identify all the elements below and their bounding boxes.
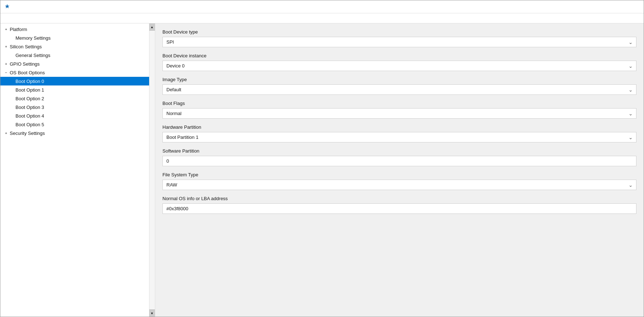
sidebar-item-general-settings[interactable]: General Settings — [0, 51, 155, 60]
expander-os-boot-options: − — [3, 70, 9, 75]
sidebar-item-boot-option-0[interactable]: Boot Option 0 — [0, 77, 155, 85]
sidebar-label-os-boot-options: OS Boot Options — [10, 70, 45, 75]
expander-boot-option-2 — [9, 96, 15, 101]
field-label-boot-device-instance: Boot Device instance — [162, 53, 636, 58]
select-wrapper-boot-device-instance: Device 0Device 1Device 2 — [162, 61, 636, 71]
expander-boot-option-4 — [9, 113, 15, 119]
sidebar-item-platform[interactable]: +Platform — [0, 25, 155, 34]
select-file-system-type[interactable]: RAWFAText4 — [162, 180, 636, 190]
select-boot-flags[interactable]: NormalDebugRecovery — [162, 108, 636, 119]
close-button[interactable] — [623, 2, 640, 12]
sidebar-item-boot-option-2[interactable]: Boot Option 2 — [0, 94, 155, 103]
sidebar-item-silicon-settings[interactable]: +Silicon Settings — [0, 42, 155, 51]
sidebar-label-gpio-settings: GPIO Settings — [10, 61, 40, 67]
sidebar-item-gpio-settings[interactable]: +GPIO Settings — [0, 60, 155, 68]
select-wrapper-file-system-type: RAWFAText4 — [162, 180, 636, 190]
field-section-boot-device-type: Boot Device typeSPIeMMCNVMeSATA — [162, 29, 636, 47]
input-normal-os-info[interactable] — [162, 203, 636, 214]
title-controls — [589, 2, 640, 12]
title-bar — [0, 0, 644, 13]
sidebar-item-os-boot-options[interactable]: −OS Boot Options — [0, 68, 155, 77]
expander-platform: + — [3, 26, 9, 32]
expander-general-settings — [9, 52, 15, 58]
main-window: +PlatformMemory Settings+Silicon Setting… — [0, 0, 644, 317]
sidebar-item-boot-option-3[interactable]: Boot Option 3 — [0, 103, 155, 111]
expander-memory-settings — [9, 35, 15, 41]
sidebar-label-platform: Platform — [10, 27, 27, 32]
sidebar-scroll-up[interactable]: ▲ — [149, 23, 155, 31]
sidebar-scrollbar: ▲ ▼ — [149, 23, 155, 317]
select-wrapper-boot-device-type: SPIeMMCNVMeSATA — [162, 37, 636, 47]
select-boot-device-type[interactable]: SPIeMMCNVMeSATA — [162, 37, 636, 47]
field-section-image-type: Image TypeDefaultCustomSigned — [162, 77, 636, 95]
sidebar-label-silicon-settings: Silicon Settings — [10, 44, 42, 49]
expander-boot-option-1 — [9, 87, 15, 93]
field-section-software-partition: Software Partition — [162, 148, 636, 166]
expander-gpio-settings: + — [3, 61, 9, 67]
expander-boot-option-3 — [9, 104, 15, 110]
sidebar-label-boot-option-1: Boot Option 1 — [15, 87, 44, 93]
sidebar-label-boot-option-4: Boot Option 4 — [15, 113, 44, 119]
input-software-partition[interactable] — [162, 156, 636, 166]
restore-button[interactable] — [606, 2, 623, 12]
sidebar-item-boot-option-1[interactable]: Boot Option 1 — [0, 85, 155, 94]
expander-security-settings: + — [3, 130, 9, 136]
title-bar-left — [4, 4, 13, 10]
sidebar-label-general-settings: General Settings — [15, 53, 50, 58]
field-section-normal-os-info: Normal OS info or LBA address — [162, 196, 636, 214]
sidebar: +PlatformMemory Settings+Silicon Setting… — [0, 23, 155, 317]
field-label-boot-device-type: Boot Device type — [162, 29, 636, 35]
file-menu[interactable] — [3, 17, 10, 19]
sidebar-label-boot-option-2: Boot Option 2 — [15, 96, 44, 101]
sidebar-item-security-settings[interactable]: +Security Settings — [0, 129, 155, 137]
sidebar-item-boot-option-4[interactable]: Boot Option 4 — [0, 111, 155, 120]
expander-boot-option-0 — [9, 78, 15, 84]
main-content: +PlatformMemory Settings+Silicon Setting… — [0, 23, 644, 317]
expander-silicon-settings: + — [3, 44, 9, 49]
app-icon — [4, 4, 10, 10]
sidebar-label-boot-option-0: Boot Option 0 — [15, 79, 44, 84]
field-section-file-system-type: File System TypeRAWFAText4 — [162, 172, 636, 190]
select-wrapper-image-type: DefaultCustomSigned — [162, 84, 636, 95]
sidebar-label-boot-option-5: Boot Option 5 — [15, 122, 44, 127]
sidebar-label-boot-option-3: Boot Option 3 — [15, 105, 44, 110]
menu-bar — [0, 13, 644, 23]
select-boot-device-instance[interactable]: Device 0Device 1Device 2 — [162, 61, 636, 71]
field-label-hardware-partition: Hardware Partition — [162, 124, 636, 130]
sidebar-item-boot-option-5[interactable]: Boot Option 5 — [0, 120, 155, 129]
field-label-boot-flags: Boot Flags — [162, 101, 636, 106]
select-hardware-partition[interactable]: Boot Partition 1Boot Partition 2User Par… — [162, 132, 636, 142]
select-wrapper-boot-flags: NormalDebugRecovery — [162, 108, 636, 119]
select-image-type[interactable]: DefaultCustomSigned — [162, 84, 636, 95]
minimize-button[interactable] — [589, 2, 605, 12]
field-label-image-type: Image Type — [162, 77, 636, 82]
field-section-boot-flags: Boot FlagsNormalDebugRecovery — [162, 101, 636, 119]
right-panel: Boot Device typeSPIeMMCNVMeSATABoot Devi… — [155, 23, 644, 317]
field-section-hardware-partition: Hardware PartitionBoot Partition 1Boot P… — [162, 124, 636, 142]
sidebar-scroll-down[interactable]: ▼ — [149, 309, 155, 317]
field-label-software-partition: Software Partition — [162, 148, 636, 154]
sidebar-label-security-settings: Security Settings — [10, 131, 45, 136]
sidebar-item-memory-settings[interactable]: Memory Settings — [0, 34, 155, 42]
field-section-boot-device-instance: Boot Device instanceDevice 0Device 1Devi… — [162, 53, 636, 71]
sidebar-label-memory-settings: Memory Settings — [15, 35, 51, 41]
field-label-file-system-type: File System Type — [162, 172, 636, 177]
field-label-normal-os-info: Normal OS info or LBA address — [162, 196, 636, 201]
expander-boot-option-5 — [9, 122, 15, 127]
select-wrapper-hardware-partition: Boot Partition 1Boot Partition 2User Par… — [162, 132, 636, 142]
